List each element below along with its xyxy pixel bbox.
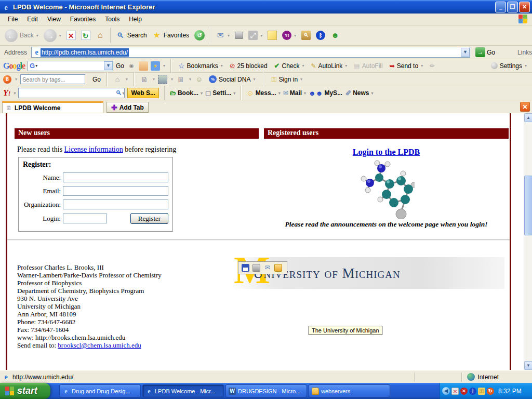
autolink-button[interactable]: ✎ AutoLink▾ bbox=[309, 62, 350, 70]
bluetooth-button[interactable]: ᛒ bbox=[313, 30, 328, 41]
license-information-link[interactable]: License information bbox=[64, 145, 123, 153]
email-field[interactable] bbox=[63, 186, 168, 196]
google-search-dropdown[interactable]: ▼ bbox=[104, 61, 113, 70]
forward-button[interactable]: →▾ bbox=[41, 28, 64, 43]
tag-home-icon: ⌂ bbox=[113, 75, 122, 84]
minimize-button[interactable]: _ bbox=[495, 2, 506, 12]
google-settings-button[interactable]: Settings▾ bbox=[489, 62, 529, 70]
menu-edit[interactable]: Edit bbox=[22, 14, 43, 24]
home-button[interactable]: ⌂ bbox=[93, 30, 108, 41]
task-webservers[interactable]: webservers bbox=[309, 384, 390, 397]
scrollbar-thumb[interactable] bbox=[524, 176, 532, 235]
web-search-button[interactable]: Web S... bbox=[127, 88, 158, 98]
organization-field[interactable] bbox=[63, 200, 168, 209]
tray-chevron-icon[interactable]: ◀ bbox=[442, 387, 450, 395]
tag-search-input[interactable] bbox=[20, 74, 85, 84]
menu-favorites[interactable]: Favorites bbox=[65, 14, 100, 24]
google-toolbar: Google G▾ ▼ Go ◉ ★ ▾ ☆ Bookmarks▾ ⊘ 25 b… bbox=[0, 59, 532, 73]
print-button[interactable] bbox=[232, 31, 246, 40]
yahoo-services-button[interactable]: Y!▾ bbox=[280, 30, 299, 41]
tag-page-icon[interactable]: 🗎 bbox=[140, 75, 149, 84]
google-search-input[interactable]: G▾ ▼ bbox=[28, 61, 113, 71]
tag-image-icon[interactable] bbox=[158, 75, 167, 84]
desktop: e LPDB Welcome - Microsoft Internet Expl… bbox=[0, 0, 532, 399]
edit-button[interactable]: ⤢▾ bbox=[246, 30, 265, 41]
people-icon: ☻☻ bbox=[309, 89, 323, 97]
register-button[interactable]: Register bbox=[130, 213, 168, 224]
open-folder-icon[interactable] bbox=[274, 264, 282, 272]
print-icon bbox=[235, 32, 243, 39]
tag-doc-icon[interactable]: 🗏 bbox=[176, 75, 185, 84]
tag-go-button[interactable]: Go bbox=[92, 76, 101, 83]
messenger-button[interactable]: ☻ bbox=[328, 30, 342, 41]
yahoo-search-input[interactable]: 🔍︎▾ bbox=[18, 88, 125, 98]
address-input[interactable]: e http://lpdb.chem.lsa.umich.edu/ ▼ bbox=[31, 47, 470, 58]
popup-blocker-button[interactable]: ⊘ 25 blocked bbox=[228, 61, 270, 70]
menu-help[interactable]: Help bbox=[124, 14, 147, 24]
login-to-lpdb-link[interactable]: Login to the LPDB bbox=[353, 148, 420, 156]
start-windows-flag-icon bbox=[5, 387, 15, 396]
yahoo-mail-button[interactable]: ✉ Mail▾ bbox=[283, 89, 306, 97]
google-logo[interactable]: Google bbox=[3, 61, 25, 71]
name-field[interactable] bbox=[63, 172, 168, 182]
yahoo-news-button[interactable]: 🗞 News▾ bbox=[345, 89, 373, 97]
task-drug-design[interactable]: e Drug and Drug Desig... bbox=[59, 384, 141, 397]
tray-update-icon[interactable]: ↻ bbox=[487, 388, 494, 395]
tray-key-icon[interactable]: ⚿ bbox=[478, 388, 485, 395]
maximize-button[interactable]: ❐ bbox=[507, 2, 518, 12]
research-button[interactable]: 🔍︎ bbox=[299, 30, 313, 41]
tray-shield-icon[interactable]: ✕ bbox=[460, 388, 468, 395]
popup-blocked-icon: ⊘ bbox=[230, 62, 235, 70]
history-button[interactable]: ↺ bbox=[192, 29, 207, 42]
spellcheck-button[interactable]: ✔ Check▾ bbox=[272, 61, 307, 70]
social-dna-button[interactable]: % Social DNA▾ bbox=[207, 75, 257, 84]
address-dropdown-arrow[interactable]: ▼ bbox=[461, 48, 470, 57]
refresh-button[interactable]: ↻ bbox=[78, 30, 93, 41]
tray-document-icon[interactable]: ✕ bbox=[451, 388, 459, 395]
menu-tools[interactable]: Tools bbox=[100, 14, 124, 24]
yahoo-logo[interactable]: Y! bbox=[3, 88, 10, 98]
check-icon: ✔ bbox=[274, 62, 280, 70]
favorites-button[interactable]: ★ Favorites bbox=[150, 30, 192, 41]
task-lpdb-welcome[interactable]: e LPDB Welcome - Micr... bbox=[142, 384, 224, 397]
back-button[interactable]: ← Back▾ bbox=[2, 28, 41, 43]
stop-button[interactable]: ✕ bbox=[64, 30, 78, 41]
scroll-up-button[interactable]: ▲ bbox=[524, 113, 532, 122]
tag-toolbar-logo-icon[interactable]: 8 bbox=[3, 75, 11, 84]
menu-view[interactable]: View bbox=[43, 14, 65, 24]
favorites-star-icon: ★ bbox=[152, 31, 162, 40]
scroll-down-button[interactable]: ▼ bbox=[524, 361, 532, 370]
um-logo-banner[interactable]: M University of Michigan ✉ bbox=[232, 257, 504, 289]
tab-close-button[interactable]: ✕ bbox=[520, 102, 530, 112]
print-image-icon[interactable] bbox=[252, 264, 260, 272]
sendto-button[interactable]: ➥ Send to▾ bbox=[388, 62, 425, 70]
google-go-button[interactable]: Go bbox=[116, 62, 124, 70]
task-drugdesign-word[interactable]: W DRUGDESIGN - Micro... bbox=[225, 384, 307, 397]
close-button[interactable]: ✕ bbox=[519, 2, 530, 12]
discuss-button[interactable] bbox=[265, 30, 280, 41]
register-box: Register: Name: Email: Organization: Log… bbox=[18, 157, 173, 232]
sign-in-button[interactable]: ⚿ Sign in▾ bbox=[269, 75, 304, 84]
mail-button[interactable]: ✉▾ bbox=[213, 30, 232, 41]
yahoo-my-button[interactable]: ☻☻ MyS... bbox=[309, 89, 342, 97]
yahoo-bookmarks-button[interactable]: 🗁 Book...▾ bbox=[170, 89, 203, 97]
go-button[interactable]: → Go bbox=[475, 47, 495, 57]
login-field[interactable] bbox=[63, 214, 107, 223]
tray-bluetooth-icon[interactable]: ᛒ bbox=[469, 388, 476, 395]
links-label[interactable]: Links bbox=[517, 49, 532, 56]
bookmarks-button[interactable]: ☆ Bookmarks▾ bbox=[176, 61, 225, 71]
yahoo-messenger-button[interactable]: ☺ Mess...▾ bbox=[246, 89, 280, 97]
tab-lpdb-welcome[interactable]: 🗎 LPDB Welcome bbox=[2, 101, 103, 113]
tag-user-icon[interactable]: ☺ bbox=[194, 75, 204, 84]
status-url: http://www.umich.edu/ bbox=[12, 374, 73, 381]
google-options-icon[interactable]: ★ bbox=[151, 61, 160, 71]
yahoo-settings-button[interactable]: ▢ Setti...▾ bbox=[205, 89, 235, 97]
start-button[interactable]: start bbox=[0, 383, 50, 399]
save-image-icon[interactable] bbox=[242, 264, 249, 272]
add-tab-button[interactable]: ✚ Add Tab bbox=[107, 102, 149, 113]
search-button[interactable]: 🔍︎ Search bbox=[113, 30, 150, 41]
menu-file[interactable]: File bbox=[3, 14, 22, 24]
email-link[interactable]: brookscl@chem.lsa.umich.edu bbox=[58, 341, 141, 349]
vertical-scrollbar[interactable]: ▲ ▼ bbox=[524, 113, 532, 370]
email-image-icon[interactable]: ✉ bbox=[263, 264, 271, 272]
